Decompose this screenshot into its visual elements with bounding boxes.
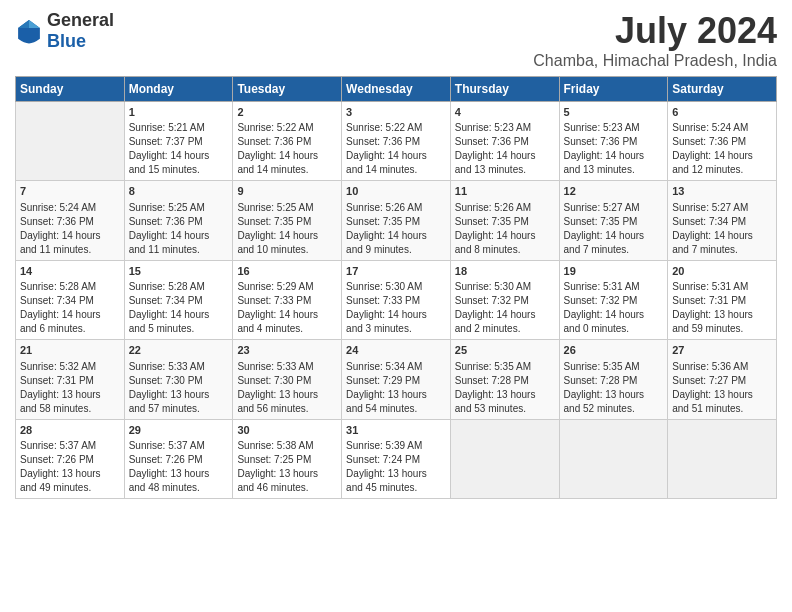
sunrise-text: Sunrise: 5:34 AM — [346, 361, 422, 372]
sunset-text: Sunset: 7:33 PM — [346, 295, 420, 306]
calendar-cell: 1Sunrise: 5:21 AMSunset: 7:37 PMDaylight… — [124, 102, 233, 181]
day-number: 20 — [672, 264, 772, 279]
calendar-cell: 29Sunrise: 5:37 AMSunset: 7:26 PMDayligh… — [124, 419, 233, 498]
logo-general: General — [47, 10, 114, 30]
sunrise-text: Sunrise: 5:26 AM — [455, 202, 531, 213]
sunset-text: Sunset: 7:36 PM — [672, 136, 746, 147]
sunrise-text: Sunrise: 5:33 AM — [129, 361, 205, 372]
sunrise-text: Sunrise: 5:24 AM — [20, 202, 96, 213]
calendar-cell: 17Sunrise: 5:30 AMSunset: 7:33 PMDayligh… — [342, 260, 451, 339]
day-number: 1 — [129, 105, 229, 120]
daylight-text: Daylight: 13 hours — [129, 389, 210, 400]
calendar-cell — [450, 419, 559, 498]
daylight-text-cont: and 12 minutes. — [672, 164, 743, 175]
sunrise-text: Sunrise: 5:27 AM — [564, 202, 640, 213]
main-title: July 2024 — [533, 10, 777, 52]
logo-blue: Blue — [47, 31, 86, 51]
cell-content: Sunrise: 5:24 AMSunset: 7:36 PMDaylight:… — [20, 201, 120, 257]
day-number: 15 — [129, 264, 229, 279]
daylight-text-cont: and 7 minutes. — [564, 244, 630, 255]
daylight-text-cont: and 52 minutes. — [564, 403, 635, 414]
daylight-text: Daylight: 14 hours — [564, 230, 645, 241]
sunset-text: Sunset: 7:34 PM — [672, 216, 746, 227]
daylight-text-cont: and 10 minutes. — [237, 244, 308, 255]
week-row-4: 21Sunrise: 5:32 AMSunset: 7:31 PMDayligh… — [16, 340, 777, 419]
sunset-text: Sunset: 7:36 PM — [129, 216, 203, 227]
cell-content: Sunrise: 5:36 AMSunset: 7:27 PMDaylight:… — [672, 360, 772, 416]
daylight-text-cont: and 48 minutes. — [129, 482, 200, 493]
sunrise-text: Sunrise: 5:30 AM — [455, 281, 531, 292]
cell-content: Sunrise: 5:34 AMSunset: 7:29 PMDaylight:… — [346, 360, 446, 416]
day-number: 7 — [20, 184, 120, 199]
day-number: 31 — [346, 423, 446, 438]
sunset-text: Sunset: 7:32 PM — [564, 295, 638, 306]
sunrise-text: Sunrise: 5:35 AM — [455, 361, 531, 372]
day-number: 22 — [129, 343, 229, 358]
daylight-text-cont: and 13 minutes. — [564, 164, 635, 175]
day-number: 5 — [564, 105, 664, 120]
daylight-text-cont: and 15 minutes. — [129, 164, 200, 175]
sunrise-text: Sunrise: 5:33 AM — [237, 361, 313, 372]
daylight-text: Daylight: 13 hours — [20, 389, 101, 400]
daylight-text-cont: and 51 minutes. — [672, 403, 743, 414]
calendar-cell: 2Sunrise: 5:22 AMSunset: 7:36 PMDaylight… — [233, 102, 342, 181]
calendar-cell: 8Sunrise: 5:25 AMSunset: 7:36 PMDaylight… — [124, 181, 233, 260]
daylight-text-cont: and 2 minutes. — [455, 323, 521, 334]
daylight-text-cont: and 54 minutes. — [346, 403, 417, 414]
day-number: 19 — [564, 264, 664, 279]
sunset-text: Sunset: 7:33 PM — [237, 295, 311, 306]
day-number: 14 — [20, 264, 120, 279]
calendar-cell: 21Sunrise: 5:32 AMSunset: 7:31 PMDayligh… — [16, 340, 125, 419]
cell-content: Sunrise: 5:31 AMSunset: 7:31 PMDaylight:… — [672, 280, 772, 336]
calendar-cell: 3Sunrise: 5:22 AMSunset: 7:36 PMDaylight… — [342, 102, 451, 181]
daylight-text: Daylight: 13 hours — [672, 309, 753, 320]
calendar-cell: 19Sunrise: 5:31 AMSunset: 7:32 PMDayligh… — [559, 260, 668, 339]
day-number: 18 — [455, 264, 555, 279]
week-row-3: 14Sunrise: 5:28 AMSunset: 7:34 PMDayligh… — [16, 260, 777, 339]
day-number: 11 — [455, 184, 555, 199]
calendar-cell — [559, 419, 668, 498]
day-number: 25 — [455, 343, 555, 358]
daylight-text: Daylight: 14 hours — [129, 309, 210, 320]
sunset-text: Sunset: 7:28 PM — [564, 375, 638, 386]
cell-content: Sunrise: 5:28 AMSunset: 7:34 PMDaylight:… — [20, 280, 120, 336]
sunrise-text: Sunrise: 5:32 AM — [20, 361, 96, 372]
calendar-cell: 9Sunrise: 5:25 AMSunset: 7:35 PMDaylight… — [233, 181, 342, 260]
sunset-text: Sunset: 7:36 PM — [346, 136, 420, 147]
daylight-text-cont: and 57 minutes. — [129, 403, 200, 414]
sunset-text: Sunset: 7:26 PM — [129, 454, 203, 465]
page-container: General Blue July 2024 Chamba, Himachal … — [0, 0, 792, 509]
sunrise-text: Sunrise: 5:27 AM — [672, 202, 748, 213]
sunrise-text: Sunrise: 5:22 AM — [237, 122, 313, 133]
sunrise-text: Sunrise: 5:25 AM — [129, 202, 205, 213]
sunrise-text: Sunrise: 5:31 AM — [564, 281, 640, 292]
daylight-text: Daylight: 14 hours — [237, 309, 318, 320]
cell-content: Sunrise: 5:24 AMSunset: 7:36 PMDaylight:… — [672, 121, 772, 177]
daylight-text-cont: and 8 minutes. — [455, 244, 521, 255]
daylight-text: Daylight: 14 hours — [564, 150, 645, 161]
day-number: 29 — [129, 423, 229, 438]
daylight-text-cont: and 11 minutes. — [129, 244, 200, 255]
day-number: 8 — [129, 184, 229, 199]
sunrise-text: Sunrise: 5:38 AM — [237, 440, 313, 451]
sunset-text: Sunset: 7:34 PM — [20, 295, 94, 306]
sunrise-text: Sunrise: 5:22 AM — [346, 122, 422, 133]
daylight-text-cont: and 3 minutes. — [346, 323, 412, 334]
weekday-header-sunday: Sunday — [16, 77, 125, 102]
sunset-text: Sunset: 7:27 PM — [672, 375, 746, 386]
daylight-text-cont: and 13 minutes. — [455, 164, 526, 175]
sunset-text: Sunset: 7:35 PM — [346, 216, 420, 227]
day-number: 17 — [346, 264, 446, 279]
sunset-text: Sunset: 7:26 PM — [20, 454, 94, 465]
cell-content: Sunrise: 5:35 AMSunset: 7:28 PMDaylight:… — [455, 360, 555, 416]
cell-content: Sunrise: 5:27 AMSunset: 7:34 PMDaylight:… — [672, 201, 772, 257]
weekday-header-thursday: Thursday — [450, 77, 559, 102]
logo-text: General Blue — [47, 10, 114, 52]
sunset-text: Sunset: 7:35 PM — [564, 216, 638, 227]
sunrise-text: Sunrise: 5:23 AM — [455, 122, 531, 133]
cell-content: Sunrise: 5:33 AMSunset: 7:30 PMDaylight:… — [237, 360, 337, 416]
sunrise-text: Sunrise: 5:36 AM — [672, 361, 748, 372]
calendar-cell: 4Sunrise: 5:23 AMSunset: 7:36 PMDaylight… — [450, 102, 559, 181]
daylight-text-cont: and 14 minutes. — [237, 164, 308, 175]
logo: General Blue — [15, 10, 114, 52]
